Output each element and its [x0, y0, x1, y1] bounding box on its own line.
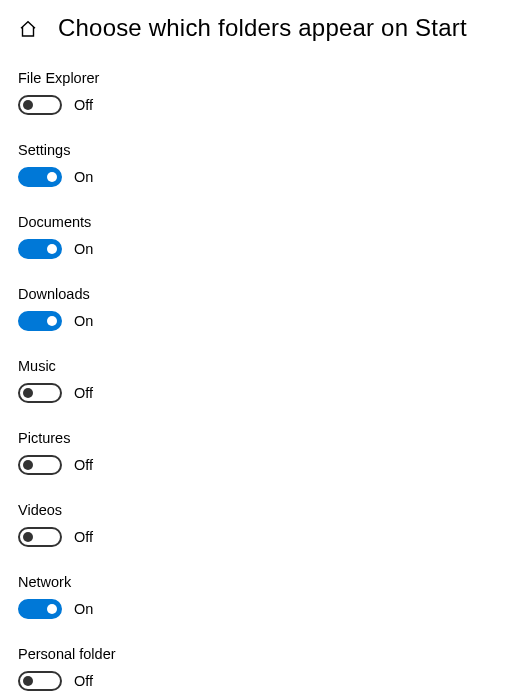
toggle-state-text: Off — [74, 97, 93, 113]
toggle-knob — [23, 676, 33, 686]
setting-label: Personal folder — [18, 646, 509, 662]
setting-label: Network — [18, 574, 509, 590]
toggle-knob — [23, 460, 33, 470]
toggle-line: On — [18, 599, 509, 619]
setting-label: Downloads — [18, 286, 509, 302]
setting-personal-folder: Personal folder Off — [18, 646, 509, 691]
setting-label: Music — [18, 358, 509, 374]
setting-label: Pictures — [18, 430, 509, 446]
toggle-line: On — [18, 167, 509, 187]
toggle-line: On — [18, 311, 509, 331]
toggle-knob — [23, 388, 33, 398]
header: Choose which folders appear on Start — [0, 0, 527, 52]
toggle-line: Off — [18, 527, 509, 547]
setting-network: Network On — [18, 574, 509, 619]
toggle-state-text: Off — [74, 529, 93, 545]
toggle-knob — [23, 532, 33, 542]
toggle-file-explorer[interactable] — [18, 95, 62, 115]
toggle-line: Off — [18, 671, 509, 691]
page-title: Choose which folders appear on Start — [58, 14, 467, 42]
toggle-knob — [23, 100, 33, 110]
setting-pictures: Pictures Off — [18, 430, 509, 475]
home-icon[interactable] — [18, 19, 38, 39]
toggle-videos[interactable] — [18, 527, 62, 547]
settings-list: File Explorer Off Settings On Documents … — [0, 52, 527, 691]
setting-downloads: Downloads On — [18, 286, 509, 331]
toggle-pictures[interactable] — [18, 455, 62, 475]
setting-music: Music Off — [18, 358, 509, 403]
toggle-line: Off — [18, 455, 509, 475]
toggle-knob — [47, 172, 57, 182]
setting-documents: Documents On — [18, 214, 509, 259]
setting-videos: Videos Off — [18, 502, 509, 547]
toggle-knob — [47, 244, 57, 254]
toggle-state-text: Off — [74, 385, 93, 401]
setting-label: Settings — [18, 142, 509, 158]
toggle-line: On — [18, 239, 509, 259]
toggle-line: Off — [18, 95, 509, 115]
toggle-state-text: Off — [74, 457, 93, 473]
toggle-knob — [47, 316, 57, 326]
toggle-personal-folder[interactable] — [18, 671, 62, 691]
toggle-line: Off — [18, 383, 509, 403]
toggle-state-text: Off — [74, 673, 93, 689]
toggle-music[interactable] — [18, 383, 62, 403]
toggle-settings[interactable] — [18, 167, 62, 187]
toggle-state-text: On — [74, 313, 93, 329]
toggle-state-text: On — [74, 601, 93, 617]
toggle-knob — [47, 604, 57, 614]
toggle-documents[interactable] — [18, 239, 62, 259]
toggle-downloads[interactable] — [18, 311, 62, 331]
setting-label: Videos — [18, 502, 509, 518]
setting-label: Documents — [18, 214, 509, 230]
setting-file-explorer: File Explorer Off — [18, 70, 509, 115]
toggle-network[interactable] — [18, 599, 62, 619]
setting-settings: Settings On — [18, 142, 509, 187]
setting-label: File Explorer — [18, 70, 509, 86]
toggle-state-text: On — [74, 169, 93, 185]
toggle-state-text: On — [74, 241, 93, 257]
